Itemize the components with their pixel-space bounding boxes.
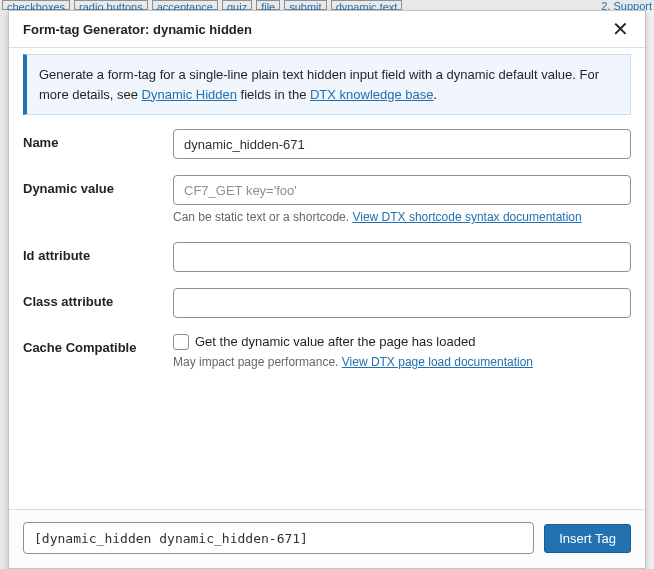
modal-header: Form-tag Generator: dynamic hidden ✕: [9, 11, 645, 48]
name-input[interactable]: [173, 129, 631, 159]
row-cache-compatible: Cache Compatible Get the dynamic value a…: [23, 334, 631, 371]
dynamic-hidden-link[interactable]: Dynamic Hidden: [142, 87, 237, 102]
bg-tab[interactable]: checkboxes: [2, 0, 70, 10]
modal-footer: Insert Tag: [9, 509, 645, 568]
cache-compatible-help: May impact page performance. View DTX pa…: [173, 354, 631, 371]
modal-body: Generate a form-tag for a single-line pl…: [9, 48, 645, 509]
shortcode-docs-link[interactable]: View DTX shortcode syntax documentation: [352, 210, 581, 224]
help-text: May impact page performance.: [173, 355, 342, 369]
info-banner: Generate a form-tag for a single-line pl…: [23, 54, 631, 115]
insert-tag-button[interactable]: Insert Tag: [544, 524, 631, 553]
dynamic-value-label: Dynamic value: [23, 175, 173, 196]
dtx-kb-link[interactable]: DTX knowledge base: [310, 87, 434, 102]
page-load-docs-link[interactable]: View DTX page load documentation: [342, 355, 533, 369]
banner-text: .: [434, 87, 438, 102]
cache-compatible-label: Cache Compatible: [23, 334, 173, 355]
modal-title: Form-tag Generator: dynamic hidden: [23, 22, 252, 37]
banner-text: fields in the: [237, 87, 310, 102]
background-dim: [0, 10, 8, 569]
tag-output-field[interactable]: [23, 522, 534, 554]
bg-tab[interactable]: submit: [284, 0, 326, 10]
close-icon[interactable]: ✕: [610, 19, 631, 39]
dynamic-value-help: Can be static text or a shortcode. View …: [173, 209, 631, 226]
id-attribute-input[interactable]: [173, 242, 631, 272]
class-attribute-input[interactable]: [173, 288, 631, 318]
bg-tab[interactable]: radio buttons: [74, 0, 148, 10]
bg-tab[interactable]: dynamic text: [331, 0, 403, 10]
row-id-attribute: Id attribute: [23, 242, 631, 272]
cache-compatible-checkbox[interactable]: [173, 334, 189, 350]
row-dynamic-value: Dynamic value Can be static text or a sh…: [23, 175, 631, 226]
dynamic-value-input[interactable]: [173, 175, 631, 205]
bg-support-link[interactable]: 2. Support: [601, 0, 652, 10]
background-tabs: checkboxes radio buttons acceptance quiz…: [0, 0, 654, 10]
name-label: Name: [23, 129, 173, 150]
row-name: Name: [23, 129, 631, 159]
cache-compatible-checkbox-label[interactable]: Get the dynamic value after the page has…: [195, 334, 475, 349]
class-attribute-label: Class attribute: [23, 288, 173, 309]
bg-tab[interactable]: quiz: [222, 0, 252, 10]
bg-tab[interactable]: file: [256, 0, 280, 10]
row-class-attribute: Class attribute: [23, 288, 631, 318]
bg-tab[interactable]: acceptance: [152, 0, 218, 10]
help-text: Can be static text or a shortcode.: [173, 210, 352, 224]
id-attribute-label: Id attribute: [23, 242, 173, 263]
form-tag-generator-modal: Form-tag Generator: dynamic hidden ✕ Gen…: [8, 10, 646, 569]
